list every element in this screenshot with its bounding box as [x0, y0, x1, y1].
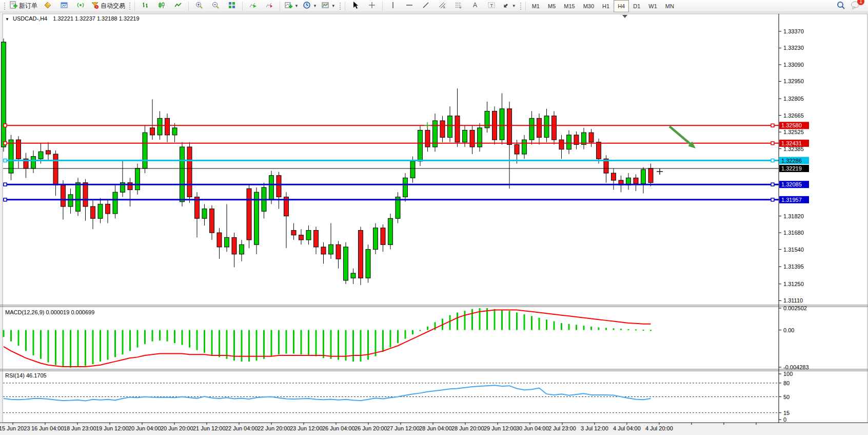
line-handle[interactable] — [771, 124, 774, 127]
macd-histogram-bar — [590, 327, 592, 330]
toolbar-grip[interactable] — [129, 2, 131, 10]
chart-canvas[interactable]: 1.325801.324311.322861.322191.320851.319… — [0, 12, 868, 435]
candle-body — [232, 237, 236, 254]
candle-body — [359, 230, 363, 278]
toolbar-grip[interactable] — [520, 2, 522, 10]
arrows-tool-button[interactable]: ▼ — [500, 0, 518, 12]
candle-body — [470, 130, 475, 147]
candle-body — [425, 130, 430, 147]
candle-body — [463, 130, 467, 142]
macd-histogram-bar — [576, 325, 577, 330]
trendline-tool-button[interactable] — [418, 0, 434, 12]
toolbar-grip[interactable] — [339, 2, 341, 10]
autotrading-button[interactable]: 自动交易 — [89, 0, 127, 12]
price-axis-tick-label: 1.32385 — [783, 146, 804, 152]
timeframe-button-h1[interactable]: H1 — [598, 0, 614, 12]
macd-histogram-bar — [70, 330, 71, 368]
svg-text:F: F — [460, 6, 462, 9]
cursor-tool-button[interactable] — [347, 0, 364, 12]
trendline-icon — [422, 1, 430, 11]
timeframe-button-m30[interactable]: M30 — [579, 0, 598, 12]
macd-histogram-bar — [516, 313, 518, 330]
macd-histogram-bar — [501, 310, 503, 330]
horizontal-line-tool-button[interactable] — [401, 0, 418, 12]
line-handle[interactable] — [771, 198, 774, 201]
autotrading-label: 自动交易 — [101, 2, 125, 10]
channel-tool-button[interactable]: E — [434, 0, 450, 12]
new-order-button[interactable]: 新订单 — [7, 0, 40, 12]
price-axis-tick-label: 1.33370 — [783, 28, 804, 34]
macd-histogram-bar — [114, 330, 116, 357]
chart-shift-button[interactable] — [261, 0, 278, 12]
line-handle[interactable] — [4, 142, 7, 145]
line-handle[interactable] — [771, 159, 774, 162]
macd-histogram-bar — [144, 330, 146, 344]
macd-histogram-bar — [189, 330, 190, 348]
periods-button[interactable]: ▼ — [301, 0, 319, 12]
candle-body — [31, 157, 36, 168]
line-handle[interactable] — [4, 124, 7, 127]
search-icon[interactable] — [836, 1, 845, 12]
auto-scroll-button[interactable] — [245, 0, 261, 12]
dropdown-caret: ▼ — [313, 4, 317, 8]
indicators-button[interactable]: ▼ — [282, 0, 301, 12]
chart-candles-button[interactable] — [153, 0, 170, 12]
candle-body — [388, 218, 393, 244]
macd-histogram-bar — [635, 329, 637, 330]
signals-button[interactable] — [72, 0, 89, 12]
line-handle[interactable] — [4, 159, 7, 162]
macd-histogram-bar — [583, 326, 585, 330]
notifications-chat-icon[interactable]: 1 — [851, 1, 861, 12]
zoom-in-button[interactable] — [191, 0, 207, 12]
zoom-in-icon — [195, 1, 203, 11]
macd-histogram-bar — [561, 323, 562, 330]
candle-body — [157, 118, 162, 135]
tile-windows-button[interactable] — [224, 0, 240, 12]
templates-button[interactable]: ▼ — [319, 0, 338, 12]
line-handle[interactable] — [771, 183, 774, 186]
rsi-axis-tick-label: 0 — [783, 417, 786, 423]
line-handle[interactable] — [4, 183, 7, 186]
price-axis-tick-label: 1.32950 — [783, 78, 804, 84]
time-axis-label: 22 Jun 04:00 — [225, 425, 258, 431]
chart-header[interactable]: ▼ USDCAD-,H4 1.32221 1.32237 1.32188 1.3… — [5, 15, 140, 22]
cursor-icon — [351, 1, 360, 11]
candle-body — [478, 128, 482, 147]
macd-histogram-bar — [330, 330, 332, 359]
toolbar-grip[interactable] — [4, 2, 6, 10]
macd-histogram-bar — [427, 327, 428, 330]
time-axis-label: 29 Jun 12:00 — [484, 425, 517, 431]
macd-histogram-bar — [598, 327, 600, 330]
chart-line-button[interactable] — [170, 0, 186, 12]
ohlc-quote-label: 1.32221 1.32237 1.32188 1.32219 — [53, 15, 139, 22]
crosshair-tool-button[interactable] — [364, 0, 380, 12]
timeframe-button-m15[interactable]: M15 — [560, 0, 579, 12]
market-watch-button[interactable] — [40, 0, 56, 12]
macd-histogram-bar — [367, 330, 369, 360]
candle-body — [344, 247, 348, 280]
zoom-out-button[interactable] — [207, 0, 224, 12]
timeframe-button-h4[interactable]: H4 — [614, 0, 629, 12]
timeframe-button-mn[interactable]: MN — [661, 0, 678, 12]
macd-histogram-bar — [129, 330, 131, 351]
line-handle[interactable] — [771, 142, 774, 145]
macd-histogram-bar — [286, 330, 287, 354]
line-handle[interactable] — [4, 198, 7, 201]
macd-histogram-bar — [486, 308, 488, 330]
candle-body — [306, 230, 311, 240]
timeframe-button-m5[interactable]: M5 — [544, 0, 560, 12]
fibonacci-tool-button[interactable]: F — [450, 0, 467, 12]
time-axis-label: 23 Jun 12:00 — [290, 425, 323, 431]
vertical-line-tool-button[interactable] — [385, 0, 401, 12]
navigator-button[interactable] — [56, 0, 72, 12]
timeframe-button-d1[interactable]: D1 — [629, 0, 644, 12]
text-tool-button[interactable]: A — [467, 0, 483, 12]
chart-collapse-icon[interactable]: ▼ — [5, 17, 9, 22]
macd-histogram-bar — [643, 330, 644, 331]
timeframe-button-m1[interactable]: M1 — [528, 0, 544, 12]
chart-bars-button[interactable] — [137, 0, 153, 12]
text-label-tool-button[interactable]: T — [483, 0, 500, 12]
time-axis-label: 20 Jun 20:00 — [161, 425, 193, 431]
timeframe-button-w1[interactable]: W1 — [644, 0, 661, 12]
candle-body — [381, 228, 385, 244]
